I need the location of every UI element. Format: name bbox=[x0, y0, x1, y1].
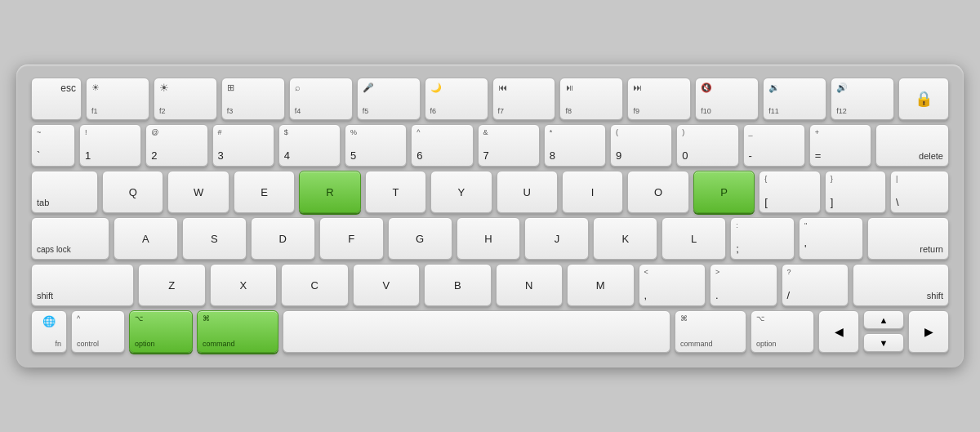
key-2[interactable]: @ 2 bbox=[145, 124, 207, 167]
key-f6[interactable]: 🌙 f6 bbox=[425, 78, 488, 120]
key-5[interactable]: % 5 bbox=[345, 124, 407, 167]
key-t[interactable]: T bbox=[365, 171, 426, 213]
key-j[interactable]: J bbox=[524, 217, 589, 260]
keyboard: esc ☀ f1 ☀ f2 ⊞ f3 ⌕ f4 🎤 f5 🌙 f6 ⏮ f7 bbox=[16, 65, 964, 367]
key-r[interactable]: R bbox=[299, 171, 360, 213]
key-e[interactable]: E bbox=[234, 171, 295, 213]
key-capslock[interactable]: caps lock bbox=[31, 217, 109, 260]
key-8[interactable]: * 8 bbox=[544, 124, 606, 167]
key-fn[interactable]: 🌐 fn bbox=[31, 310, 67, 353]
key-f[interactable]: F bbox=[319, 217, 384, 260]
key-6[interactable]: ^ 6 bbox=[411, 124, 473, 167]
key-comma[interactable]: < , bbox=[639, 264, 706, 306]
key-option-right[interactable]: ⌥ option bbox=[751, 310, 814, 353]
key-f5[interactable]: 🎤 f5 bbox=[357, 78, 421, 120]
key-f2[interactable]: ☀ f2 bbox=[154, 78, 217, 120]
key-x[interactable]: X bbox=[210, 264, 278, 306]
key-backslash[interactable]: | \ bbox=[890, 171, 949, 213]
key-l[interactable]: L bbox=[662, 217, 726, 260]
key-f11[interactable]: 🔉 f11 bbox=[763, 78, 826, 120]
key-s[interactable]: S bbox=[182, 217, 247, 260]
key-k[interactable]: K bbox=[593, 217, 657, 260]
key-3[interactable]: # 3 bbox=[212, 124, 274, 167]
key-space[interactable] bbox=[283, 310, 670, 353]
key-h[interactable]: H bbox=[457, 217, 521, 260]
key-0[interactable]: ) 0 bbox=[676, 124, 738, 167]
key-9[interactable]: ( 9 bbox=[610, 124, 672, 167]
key-1[interactable]: ! 1 bbox=[79, 124, 141, 167]
fn-row: esc ☀ f1 ☀ f2 ⊞ f3 ⌕ f4 🎤 f5 🌙 f6 ⏮ f7 bbox=[31, 78, 949, 120]
key-period[interactable]: > . bbox=[710, 264, 777, 306]
key-shift-left[interactable]: shift bbox=[31, 264, 134, 306]
arrow-updown: ▲ ▼ bbox=[863, 310, 904, 353]
key-esc[interactable]: esc bbox=[31, 78, 82, 120]
key-quote[interactable]: " ' bbox=[799, 217, 863, 260]
key-command-left[interactable]: ⌘ command bbox=[197, 310, 278, 353]
key-b[interactable]: B bbox=[424, 264, 492, 306]
key-i[interactable]: I bbox=[562, 171, 623, 213]
key-f3[interactable]: ⊞ f3 bbox=[221, 78, 285, 120]
key-arrow-up[interactable]: ▲ bbox=[863, 310, 904, 329]
key-n[interactable]: N bbox=[496, 264, 564, 306]
key-f7[interactable]: ⏮ f7 bbox=[492, 78, 556, 120]
key-y[interactable]: Y bbox=[430, 171, 492, 213]
key-f9[interactable]: ⏭ f9 bbox=[627, 78, 691, 120]
lock-icon: 🔒 bbox=[915, 90, 933, 108]
key-tilde[interactable]: ~ ` bbox=[31, 124, 75, 167]
key-command-right[interactable]: ⌘ command bbox=[675, 310, 746, 353]
key-g[interactable]: G bbox=[388, 217, 452, 260]
key-equals[interactable]: + = bbox=[809, 124, 871, 167]
key-q[interactable]: Q bbox=[102, 171, 163, 213]
key-arrow-left[interactable]: ◀ bbox=[818, 310, 859, 353]
key-arrow-right[interactable]: ▶ bbox=[908, 310, 949, 353]
bottom-row: 🌐 fn ^ control ⌥ option ⌘ command ⌘ comm… bbox=[31, 310, 949, 353]
key-f8[interactable]: ⏯ f8 bbox=[559, 78, 623, 120]
shift-row: shift Z X C V B N M < , > . bbox=[31, 264, 949, 306]
key-tab[interactable]: tab bbox=[31, 171, 98, 213]
tab-row: tab Q W E R T Y U I O P bbox=[31, 171, 949, 213]
key-v[interactable]: V bbox=[353, 264, 421, 306]
key-semicolon[interactable]: : ; bbox=[730, 217, 795, 260]
key-o[interactable]: O bbox=[627, 171, 688, 213]
key-f10[interactable]: 🔇 f10 bbox=[695, 78, 759, 120]
key-control[interactable]: ^ control bbox=[71, 310, 125, 353]
key-u[interactable]: U bbox=[497, 171, 558, 213]
key-minus[interactable]: _ - bbox=[743, 124, 805, 167]
key-f12[interactable]: 🔊 f12 bbox=[831, 78, 894, 120]
key-return[interactable]: return bbox=[867, 217, 949, 260]
key-4[interactable]: $ 4 bbox=[278, 124, 341, 167]
key-z[interactable]: Z bbox=[138, 264, 206, 306]
key-slash[interactable]: ? / bbox=[782, 264, 849, 306]
number-row: ~ ` ! 1 @ 2 # 3 $ 4 % 5 ^ 6 & 7 bbox=[31, 124, 949, 167]
key-c[interactable]: C bbox=[281, 264, 349, 306]
key-f1[interactable]: ☀ f1 bbox=[86, 78, 149, 120]
key-arrow-down[interactable]: ▼ bbox=[863, 333, 904, 352]
key-bracket-left[interactable]: { [ bbox=[759, 171, 820, 213]
key-7[interactable]: & 7 bbox=[478, 124, 540, 167]
key-p[interactable]: P bbox=[693, 171, 755, 213]
globe-icon: 🌐 bbox=[42, 315, 56, 327]
key-f4[interactable]: ⌕ f4 bbox=[289, 78, 353, 120]
key-option-left[interactable]: ⌥ option bbox=[129, 310, 193, 353]
key-w[interactable]: W bbox=[167, 171, 229, 213]
key-d[interactable]: D bbox=[251, 217, 315, 260]
key-lock[interactable]: 🔒 bbox=[898, 78, 949, 120]
key-shift-right[interactable]: shift bbox=[853, 264, 949, 306]
key-delete[interactable]: delete bbox=[875, 124, 949, 167]
caps-row: caps lock A S D F G H J K L : ; bbox=[31, 217, 949, 260]
key-m[interactable]: M bbox=[567, 264, 635, 306]
key-bracket-right[interactable]: } ] bbox=[825, 171, 886, 213]
key-a[interactable]: A bbox=[114, 217, 178, 260]
